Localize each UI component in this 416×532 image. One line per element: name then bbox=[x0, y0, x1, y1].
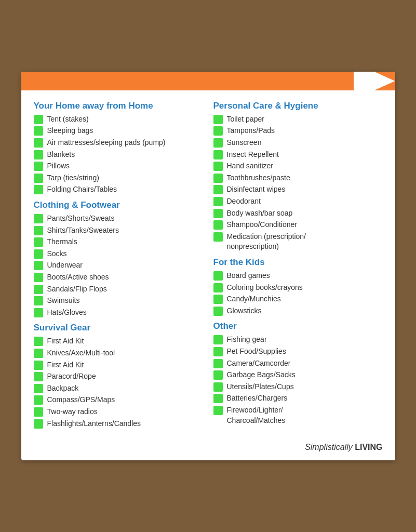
checkbox-icon[interactable] bbox=[34, 361, 43, 370]
header-arrow-decoration bbox=[354, 72, 395, 90]
list-item: Swimsuits bbox=[34, 296, 203, 306]
item-label: Flashlights/Lanterns/Candles bbox=[47, 419, 203, 429]
item-label: Sandals/Flip Flops bbox=[47, 284, 203, 295]
list-item: Toilet paper bbox=[213, 114, 383, 125]
list-item: Shampoo/Conditioner bbox=[213, 220, 383, 230]
list-item: Tent (stakes) bbox=[34, 114, 203, 125]
checkbox-icon[interactable] bbox=[213, 126, 223, 136]
item-label: Camera/Camcorder bbox=[227, 358, 383, 369]
list-item: Shirts/Tanks/Sweaters bbox=[34, 225, 203, 236]
list-item: Medication (prescription/ nonprescriptio… bbox=[213, 232, 383, 252]
list-item: Insect Repellent bbox=[213, 150, 383, 160]
checkbox-icon[interactable] bbox=[213, 382, 223, 392]
item-label: Swimsuits bbox=[47, 296, 203, 306]
list-item: Body wash/bar soap bbox=[213, 208, 383, 219]
item-label: First Aid Kit bbox=[47, 360, 203, 370]
list-item: Coloring books/crayons bbox=[213, 283, 383, 293]
list-item: Utensils/Plates/Cups bbox=[213, 382, 383, 392]
list-item: First Aid Kit bbox=[34, 336, 203, 347]
item-label: Air mattresses/sleeping pads (pump) bbox=[47, 138, 203, 148]
checkbox-icon[interactable] bbox=[213, 162, 223, 171]
checkbox-icon[interactable] bbox=[213, 138, 223, 148]
item-label: Boots/Active shoes bbox=[47, 272, 203, 283]
checkbox-icon[interactable] bbox=[34, 150, 43, 159]
item-label: Socks bbox=[47, 249, 203, 259]
checkbox-icon[interactable] bbox=[213, 406, 223, 415]
checkbox-icon[interactable] bbox=[34, 349, 43, 358]
item-label: Paracord/Rope bbox=[47, 371, 203, 382]
checkbox-icon[interactable] bbox=[34, 261, 43, 270]
checkbox-icon[interactable] bbox=[34, 407, 43, 417]
checkbox-icon[interactable] bbox=[34, 384, 43, 393]
footer: Simplistically LIVING bbox=[21, 441, 395, 460]
page-container: Your Home away from HomeTent (stakes)Sle… bbox=[21, 72, 395, 460]
checkbox-icon[interactable] bbox=[34, 296, 43, 305]
checkbox-icon[interactable] bbox=[213, 174, 223, 183]
list-item: Sunscreen bbox=[213, 138, 383, 148]
checkbox-icon[interactable] bbox=[34, 126, 43, 136]
list-item: Fishing gear bbox=[213, 335, 383, 345]
checkbox-icon[interactable] bbox=[34, 115, 43, 124]
item-label: Compass/GPS/Maps bbox=[47, 395, 203, 405]
checkbox-icon[interactable] bbox=[34, 337, 43, 346]
item-label: Knives/Axe/Multi-tool bbox=[47, 348, 203, 358]
list-item: Pants/Shorts/Sweats bbox=[34, 214, 203, 224]
list-item: Sandals/Flip Flops bbox=[34, 284, 203, 295]
content-area: Your Home away from HomeTent (stakes)Sle… bbox=[21, 90, 395, 441]
list-item: Glowsticks bbox=[213, 306, 383, 316]
checkbox-icon[interactable] bbox=[34, 138, 43, 148]
right-column: Personal Care & HygieneToilet paperTampo… bbox=[213, 101, 383, 430]
checkbox-icon[interactable] bbox=[213, 283, 223, 292]
item-label: Shampoo/Conditioner bbox=[227, 220, 383, 230]
checkbox-icon[interactable] bbox=[213, 209, 223, 218]
item-label: Hats/Gloves bbox=[47, 308, 203, 318]
item-label: First Aid Kit bbox=[47, 336, 203, 347]
checkbox-icon[interactable] bbox=[213, 394, 223, 403]
list-item: Paracord/Rope bbox=[34, 371, 203, 382]
item-label: Garbage Bags/Sacks bbox=[227, 370, 383, 380]
item-label: Insect Repellent bbox=[227, 150, 383, 160]
item-label: Pet Food/Supplies bbox=[227, 347, 383, 357]
brand-text: Simplistically LIVING bbox=[305, 443, 382, 451]
item-label: Utensils/Plates/Cups bbox=[227, 382, 383, 392]
checkbox-icon[interactable] bbox=[34, 226, 43, 235]
checkbox-icon[interactable] bbox=[34, 214, 43, 223]
checkbox-icon[interactable] bbox=[213, 150, 223, 159]
checkbox-icon[interactable] bbox=[213, 232, 223, 242]
item-label: Two-way radios bbox=[47, 407, 203, 417]
checkbox-icon[interactable] bbox=[34, 285, 43, 294]
list-item: Garbage Bags/Sacks bbox=[213, 370, 383, 380]
checkbox-icon[interactable] bbox=[213, 185, 223, 194]
checkbox-icon[interactable] bbox=[34, 237, 43, 247]
checkbox-icon[interactable] bbox=[213, 115, 223, 124]
list-item: Camera/Camcorder bbox=[213, 358, 383, 369]
checkbox-icon[interactable] bbox=[34, 185, 43, 194]
checkbox-icon[interactable] bbox=[34, 395, 43, 405]
section-title-left-0: Your Home away from Home bbox=[34, 101, 203, 111]
checkbox-icon[interactable] bbox=[213, 197, 223, 206]
checkbox-icon[interactable] bbox=[34, 174, 43, 183]
checkbox-icon[interactable] bbox=[213, 359, 223, 368]
checkbox-icon[interactable] bbox=[34, 249, 43, 259]
checkbox-icon[interactable] bbox=[34, 162, 43, 171]
checkbox-icon[interactable] bbox=[34, 372, 43, 381]
list-item: Thermals bbox=[34, 237, 203, 247]
item-label: Blankets bbox=[47, 150, 203, 160]
checkbox-icon[interactable] bbox=[213, 370, 223, 380]
list-item: Disinfectant wipes bbox=[213, 184, 383, 195]
checkbox-icon[interactable] bbox=[34, 273, 43, 282]
checkbox-icon[interactable] bbox=[213, 220, 223, 230]
checkbox-icon[interactable] bbox=[34, 419, 43, 429]
list-item: Tampons/Pads bbox=[213, 126, 383, 136]
checkbox-icon[interactable] bbox=[213, 347, 223, 356]
list-item: Underwear bbox=[34, 260, 203, 271]
checkbox-icon[interactable] bbox=[213, 307, 223, 316]
section-title-right-2: Other bbox=[213, 321, 383, 331]
checkbox-icon[interactable] bbox=[34, 308, 43, 317]
list-item: Tarp (ties/string) bbox=[34, 173, 203, 183]
list-item: Pillows bbox=[34, 161, 203, 171]
item-label: Folding Chairs/Tables bbox=[47, 184, 203, 195]
checkbox-icon[interactable] bbox=[213, 271, 223, 281]
checkbox-icon[interactable] bbox=[213, 295, 223, 304]
checkbox-icon[interactable] bbox=[213, 335, 223, 344]
